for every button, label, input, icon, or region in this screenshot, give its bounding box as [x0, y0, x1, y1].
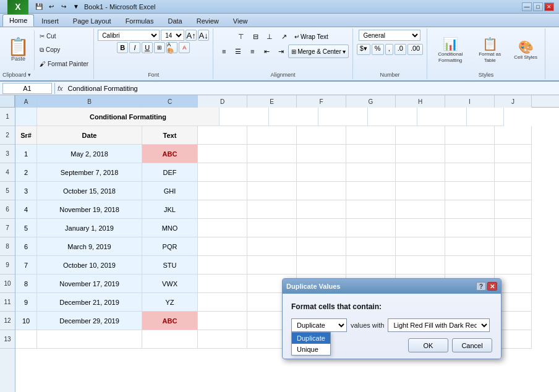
maximize-button[interactable]: □ [533, 2, 543, 11]
cell-a12[interactable]: 10 [15, 312, 37, 330]
row-header-8[interactable]: 8 [0, 237, 15, 256]
cell-c4[interactable]: DEF [142, 163, 198, 182]
cell-c2[interactable]: Text [142, 126, 198, 145]
clipboard-expand-icon[interactable]: ▾ [28, 72, 31, 78]
cell-I3[interactable] [445, 145, 495, 163]
close-button[interactable]: ✕ [544, 2, 554, 11]
cell-c8[interactable]: PQR [142, 237, 198, 256]
row-header-2[interactable]: 2 [0, 126, 15, 145]
cell-J5[interactable] [495, 182, 532, 200]
cell-i1[interactable] [417, 108, 467, 126]
align-center-button[interactable]: ☰ [231, 45, 245, 58]
increase-font-button[interactable]: A↑ [186, 30, 197, 41]
cell-I7[interactable] [445, 219, 495, 237]
cell-H7[interactable] [396, 219, 445, 237]
cell-G7[interactable] [346, 219, 396, 237]
cell-c12[interactable]: ABC [142, 312, 198, 330]
bold-button[interactable]: B [117, 42, 128, 53]
type-dropdown[interactable]: Duplicate Unique [291, 332, 331, 356]
cell-b2[interactable]: Date [37, 126, 142, 145]
cell-G4[interactable] [346, 163, 396, 182]
currency-button[interactable]: $▾ [357, 44, 370, 55]
merge-center-button[interactable]: ⊞ Merge & Center ▾ [288, 45, 349, 58]
cell-d2[interactable] [198, 126, 247, 145]
number-format-select[interactable]: General [359, 30, 420, 41]
format-style-select[interactable]: Light Red Fill with Dark Red Text Yellow… [388, 318, 490, 332]
cut-button[interactable]: ✂ Cut [37, 32, 91, 41]
cell-H3[interactable] [396, 145, 445, 163]
col-header-a[interactable]: A [15, 95, 37, 108]
cell-D11[interactable] [198, 293, 247, 312]
cell-i2[interactable] [445, 126, 495, 145]
cell-c5[interactable]: GHI [142, 182, 198, 200]
cell-b12[interactable]: December 29, 2019 [37, 312, 142, 330]
cell-E5[interactable] [247, 182, 297, 200]
cell-h2[interactable] [396, 126, 445, 145]
dropdown-item-duplicate[interactable]: Duplicate [292, 333, 330, 344]
cell-col-d-13[interactable] [198, 330, 247, 349]
cell-a6[interactable]: 4 [15, 200, 37, 219]
cell-c10[interactable]: VWX [142, 275, 198, 293]
undo-button[interactable]: ↩ [46, 1, 57, 12]
cell-a11[interactable]: 9 [15, 293, 37, 312]
dialog-help-button[interactable]: ? [476, 282, 486, 291]
col-header-b[interactable]: B [37, 95, 142, 108]
tab-view[interactable]: View [226, 15, 255, 27]
cell-b8[interactable]: March 9, 2019 [37, 237, 142, 256]
cell-g1[interactable] [318, 108, 368, 126]
tab-data[interactable]: Data [161, 15, 189, 27]
cell-b3[interactable]: May 2, 2018 [37, 145, 142, 163]
row-header-5[interactable]: 5 [0, 182, 15, 200]
row-header-4[interactable]: 4 [0, 163, 15, 182]
cell-H4[interactable] [396, 163, 445, 182]
save-button[interactable]: 💾 [33, 1, 45, 12]
cell-b10[interactable]: November 17, 2019 [37, 275, 142, 293]
tab-home[interactable]: Home [2, 14, 34, 27]
cell-D10[interactable] [198, 275, 247, 293]
minimize-button[interactable]: — [522, 2, 532, 11]
cell-J4[interactable] [495, 163, 532, 182]
comma-button[interactable]: , [385, 44, 393, 55]
cell-D8[interactable] [198, 237, 247, 256]
align-middle-button[interactable]: ⊟ [249, 30, 262, 43]
cell-F4[interactable] [297, 163, 346, 182]
font-family-select[interactable]: Calibri [98, 30, 160, 41]
cell-G3[interactable] [346, 145, 396, 163]
wrap-text-button[interactable]: ↵ Wrap Text [291, 30, 331, 43]
cell-D6[interactable] [198, 200, 247, 219]
cell-H9[interactable] [396, 256, 445, 275]
cell-J9[interactable] [495, 256, 532, 275]
align-bottom-button[interactable]: ⊥ [263, 30, 276, 43]
conditional-formatting-button[interactable]: 📊 Conditional Formatting [431, 34, 469, 66]
cell-I9[interactable] [445, 256, 495, 275]
cell-a9[interactable]: 7 [15, 256, 37, 275]
row-header-11[interactable]: 11 [0, 293, 15, 312]
cell-c11[interactable]: YZ [142, 293, 198, 312]
col-header-h[interactable]: H [396, 95, 445, 108]
font-size-select[interactable]: 14 [161, 30, 184, 41]
cell-F8[interactable] [297, 237, 346, 256]
cell-D5[interactable] [198, 182, 247, 200]
tab-review[interactable]: Review [190, 15, 226, 27]
cell-a10[interactable]: 8 [15, 275, 37, 293]
decrease-indent-button[interactable]: ⇤ [260, 45, 273, 58]
duplicate-type-select[interactable]: Duplicate Unique [291, 318, 347, 332]
cell-a7[interactable]: 5 [15, 219, 37, 237]
row-header-9[interactable]: 9 [0, 256, 15, 275]
cell-J6[interactable] [495, 200, 532, 219]
cell-G6[interactable] [346, 200, 396, 219]
cell-b7[interactable]: January 1, 2019 [37, 219, 142, 237]
cell-f1[interactable] [269, 108, 318, 126]
cell-H8[interactable] [396, 237, 445, 256]
cell-j2[interactable] [495, 126, 532, 145]
col-header-c[interactable]: C [142, 95, 198, 108]
cell-a5[interactable]: 3 [15, 182, 37, 200]
percent-button[interactable]: % [372, 44, 384, 55]
cell-I8[interactable] [445, 237, 495, 256]
cell-G9[interactable] [346, 256, 396, 275]
tab-page-layout[interactable]: Page Layout [66, 15, 118, 27]
dropdown-item-unique[interactable]: Unique [292, 344, 330, 355]
cell-b4[interactable]: September 7, 2018 [37, 163, 142, 182]
cell-D7[interactable] [198, 219, 247, 237]
cell-a3[interactable]: 1 [15, 145, 37, 163]
